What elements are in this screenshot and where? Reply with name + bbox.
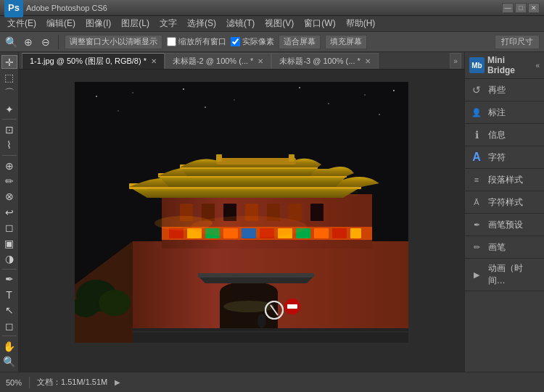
svg-point-6 <box>364 94 366 96</box>
menu-item-8[interactable]: 窗口(W) <box>300 16 339 31</box>
brush-label: 画笔 <box>488 241 506 254</box>
main-image <box>75 82 408 343</box>
eraser-tool[interactable]: ◻ <box>1 221 17 235</box>
zoom-icon[interactable]: 🔍 <box>4 36 17 49</box>
lasso-tool[interactable]: ⌒ <box>1 86 17 101</box>
section-brush[interactable]: ✏ 画笔 <box>465 236 544 259</box>
brush-presets-icon: ✒ <box>469 217 484 232</box>
tab-2-close[interactable]: ✕ <box>257 57 263 65</box>
menu-item-3[interactable]: 图层(L) <box>117 16 154 31</box>
fit-window-button[interactable]: 调整窗口大小以清晰显示 <box>65 35 162 49</box>
section-info[interactable]: ℹ 信息 <box>465 124 544 146</box>
section-brush-presets[interactable]: ✒ 画笔预设 <box>465 214 544 236</box>
tool-separator-1 <box>2 119 17 120</box>
character-style-icon: Ā <box>469 195 484 209</box>
character-label: 字符 <box>488 151 506 164</box>
canvas-area: 1-1.jpg @ 50% (图层 0, RGB/8) * ✕ 未标题-2 @ … <box>19 52 464 372</box>
history-brush[interactable]: ↩ <box>1 205 17 219</box>
fill-screen-button[interactable]: 填充屏幕 <box>325 35 367 49</box>
section-character-style[interactable]: Ā 字符样式 <box>465 191 544 214</box>
left-toolbar: ✛ ⬚ ⌒ ✦ ⊡ ⌇ ⊕ ✏ ⊗ ↩ ◻ ▣ ◑ ✒ T ↖ ◻ ✋ 🔍 <box>0 52 19 372</box>
tab-2-label: 未标题-2 @ 100% (... * <box>173 56 253 67</box>
menu-item-6[interactable]: 滤镜(T) <box>222 16 259 31</box>
svg-rect-43 <box>216 154 222 162</box>
clone-tool[interactable]: ⊗ <box>1 190 17 204</box>
tab-3[interactable]: 未标题-3 @ 100% (... * ✕ <box>271 53 378 69</box>
brush-presets-label: 画笔预设 <box>488 219 523 231</box>
marquee-tool[interactable]: ⬚ <box>1 70 17 84</box>
annotation-label: 标注 <box>488 107 506 119</box>
right-panel-mini-bridge-header: Mb Mini Bridge « <box>465 52 544 79</box>
svg-point-4 <box>234 99 235 101</box>
tab-1-close[interactable]: ✕ <box>151 57 157 65</box>
gradient-tool[interactable]: ▣ <box>1 236 17 250</box>
panel-collapse-button[interactable]: « <box>535 62 540 70</box>
scrubby-zoom-label[interactable]: 实际像素 <box>231 36 274 47</box>
section-paragraph-style[interactable]: ≡ 段落样式 <box>465 169 544 191</box>
menu-item-9[interactable]: 帮助(H) <box>342 16 380 31</box>
crop-tool[interactable]: ⊡ <box>1 122 17 136</box>
status-arrow[interactable]: ▶ <box>115 378 120 386</box>
magic-wand-tool[interactable]: ✦ <box>1 102 17 116</box>
actual-pixels-button[interactable]: 适合屏幕 <box>279 35 321 49</box>
tab-1-label: 1-1.jpg @ 50% (图层 0, RGB/8) * <box>30 56 147 67</box>
move-tool[interactable]: ✛ <box>1 55 17 69</box>
mini-bridge-icon: Mb <box>469 57 485 73</box>
zoom-tool[interactable]: 🔍 <box>1 355 17 369</box>
eyedropper-tool[interactable]: ⌇ <box>1 138 17 152</box>
menu-item-1[interactable]: 编辑(E) <box>42 16 80 31</box>
svg-point-5 <box>299 87 300 88</box>
title-bar-left: Ps Adobe Photoshop CS6 <box>4 0 107 17</box>
tab-1[interactable]: 1-1.jpg @ 50% (图层 0, RGB/8) * ✕ <box>22 53 165 69</box>
svg-point-20 <box>220 281 278 303</box>
pen-tool[interactable]: ✒ <box>1 272 17 286</box>
section-annotation[interactable]: 👤 标注 <box>465 101 544 124</box>
tab-3-close[interactable]: ✕ <box>365 57 371 65</box>
minimize-button[interactable]: — <box>502 3 514 13</box>
healing-tool[interactable]: ⊕ <box>1 159 17 172</box>
close-button[interactable]: ✕ <box>528 3 540 13</box>
dodge-tool[interactable]: ◑ <box>1 251 17 265</box>
section-refresh[interactable]: ↺ 再些 <box>465 79 544 101</box>
hand-tool[interactable]: ✋ <box>1 339 17 353</box>
tab-2[interactable]: 未标题-2 @ 100% (... * ✕ <box>165 53 271 69</box>
svg-point-1 <box>96 96 97 97</box>
menu-item-4[interactable]: 文字 <box>155 16 181 31</box>
menu-item-0[interactable]: 文件(E) <box>3 16 41 31</box>
print-size-button[interactable]: 打印尺寸 <box>495 35 540 49</box>
maximize-button[interactable]: □ <box>515 3 527 13</box>
svg-point-8 <box>118 110 119 112</box>
menu-item-2[interactable]: 图像(I) <box>81 16 115 31</box>
svg-point-9 <box>205 107 206 108</box>
tab-collapse-button[interactable]: » <box>450 53 461 69</box>
svg-point-3 <box>183 88 184 90</box>
zoom-in-icon[interactable]: ⊕ <box>22 36 35 49</box>
zoom-all-windows-label[interactable]: 缩放所有窗口 <box>167 36 226 47</box>
path-select[interactable]: ↖ <box>1 304 17 317</box>
menu-item-7[interactable]: 视图(V) <box>260 16 298 31</box>
mini-bridge-title: Mini Bridge <box>487 55 532 75</box>
brush-tool[interactable]: ✏ <box>1 174 17 188</box>
info-label: 信息 <box>488 129 506 141</box>
shape-tool[interactable]: ◻ <box>1 319 17 333</box>
svg-point-67 <box>257 314 266 328</box>
scrubby-zoom-checkbox[interactable] <box>231 37 240 46</box>
menu-item-5[interactable]: 选择(S) <box>183 16 221 31</box>
section-character[interactable]: A 字符 <box>465 146 544 169</box>
opt-separator-1 <box>58 35 59 49</box>
type-tool[interactable]: T <box>1 288 17 301</box>
doc-size: 文档：1.51M/1.51M <box>37 377 107 388</box>
refresh-label: 再些 <box>488 84 506 96</box>
title-bar: Ps Adobe Photoshop CS6 — □ ✕ <box>0 0 544 16</box>
menu-bar: 文件(E)编辑(E)图像(I)图层(L)文字选择(S)滤镜(T)视图(V)窗口(… <box>0 16 544 32</box>
tool-separator-3 <box>2 269 17 270</box>
options-bar: 🔍 ⊕ ⊖ 调整窗口大小以清晰显示 缩放所有窗口 实际像素 适合屏幕 填充屏幕 … <box>0 32 544 52</box>
title-bar-title: Adobe Photoshop CS6 <box>26 4 107 12</box>
right-panel: Mb Mini Bridge « ↺ 再些 👤 标注 ℹ 信息 A 字符 ≡ 段… <box>464 52 544 372</box>
character-style-label: 字符样式 <box>488 196 523 209</box>
zoom-all-windows-checkbox[interactable] <box>167 37 176 46</box>
section-animation[interactable]: ▶ 动画（时间… <box>465 259 544 291</box>
animation-icon: ▶ <box>469 267 484 282</box>
brush-icon: ✏ <box>469 240 484 254</box>
zoom-out-icon[interactable]: ⊖ <box>39 36 52 49</box>
